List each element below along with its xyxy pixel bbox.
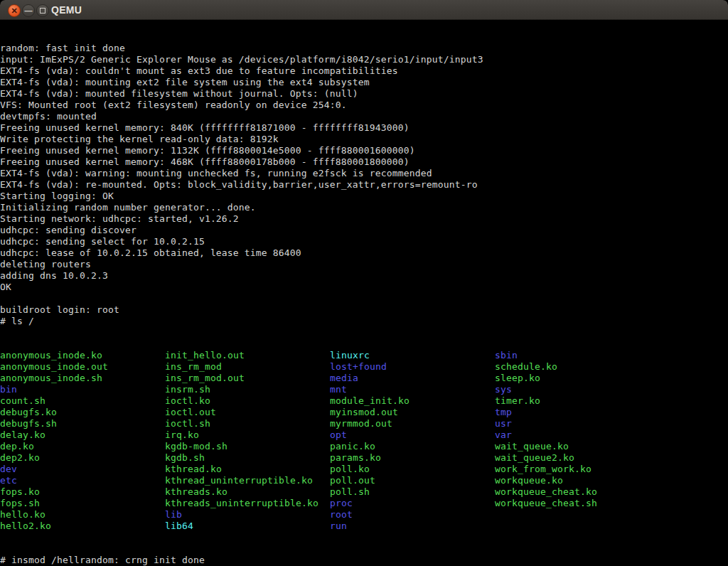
terminal-console[interactable]: random: fast init doneinput: ImExPS/2 Ge… [0, 20, 728, 566]
console-line: Initializing random number generator... … [0, 202, 728, 213]
ls-row: debugfs.shioctl.shmyrmmod.outusr [0, 418, 728, 429]
console-line: Freeing unused kernel memory: 468K (ffff… [0, 156, 728, 168]
file-entry: wait_queue.ko [495, 441, 660, 452]
file-entry: sys [495, 384, 660, 395]
console-line: EXT4-fs (vda): mounting ext2 file system… [0, 77, 728, 88]
ls-row: fops.kokthreads.kopoll.shworkqueue_cheat… [0, 486, 728, 498]
console-line: EXT4-fs (vda): warning: mounting uncheck… [0, 168, 728, 179]
file-entry: myinsmod.out [330, 407, 495, 418]
console-line: udhcpc: sending select for 10.0.2.15 [0, 236, 728, 247]
file-entry: dep.ko [0, 441, 165, 452]
file-entry: timer.ko [495, 395, 660, 407]
ls-row: debugfs.koioctl.outmyinsmod.outtmp [0, 407, 728, 418]
file-entry: sleep.ko [495, 373, 660, 384]
file-entry: count.sh [0, 395, 165, 407]
file-entry: sbin [495, 350, 660, 361]
file-entry: irq.ko [165, 429, 330, 441]
file-entry: kthread.ko [165, 464, 330, 475]
minimize-button[interactable]: — [22, 4, 35, 17]
maximize-icon [40, 8, 46, 14]
ls-row: anonymous_inode.outins_rm_modlost+founds… [0, 361, 728, 373]
file-entry: var [495, 429, 660, 441]
file-entry: etc [0, 475, 165, 486]
console-line: OK [0, 282, 728, 293]
file-entry: anonymous_inode.out [0, 361, 165, 373]
window-title: QEMU [51, 0, 82, 20]
ls-row: delay.koirq.kooptvar [0, 429, 728, 441]
file-entry: usr [495, 418, 660, 429]
file-entry: proc [330, 498, 495, 509]
file-entry: init_hello.out [165, 350, 330, 361]
file-entry: poll.ko [330, 464, 495, 475]
console-line: Freeing unused kernel memory: 1132K (fff… [0, 145, 728, 156]
console-line: udhcpc: lease of 10.0.2.15 obtained, lea… [0, 247, 728, 259]
console-line: Write protecting the kernel read-only da… [0, 134, 728, 145]
file-entry: lib [165, 509, 330, 520]
console-line: EXT4-fs (vda): mounted filesystem withou… [0, 88, 728, 100]
shell-tail: # insmod /hellrandom: crng init done# in… [0, 555, 728, 566]
file-entry: kgdb-mod.sh [165, 441, 330, 452]
ls-row: etckthread_uninterruptible.kopoll.outwor… [0, 475, 728, 486]
file-entry: debugfs.ko [0, 407, 165, 418]
file-entry: panic.ko [330, 441, 495, 452]
file-entry: bin [0, 384, 165, 395]
ls-row: bininsrm.shmntsys [0, 384, 728, 395]
console-line: Starting logging: OK [0, 191, 728, 202]
file-entry: workqueue_cheat.ko [495, 486, 660, 498]
ls-row: dep2.kokgdb.shparams.kowait_queue2.ko [0, 452, 728, 464]
file-entry: media [330, 373, 495, 384]
file-entry: anonymous_inode.ko [0, 350, 165, 361]
console-line: devtmpfs: mounted [0, 111, 728, 122]
file-entry: myrmmod.out [330, 418, 495, 429]
file-entry: wait_queue2.ko [495, 452, 660, 464]
file-entry: debugfs.sh [0, 418, 165, 429]
ls-output: anonymous_inode.koinit_hello.outlinuxrcs… [0, 350, 728, 532]
file-entry: dep2.ko [0, 452, 165, 464]
console-line: Starting network: udhcpc: started, v1.26… [0, 213, 728, 225]
console-line: adding dns 10.0.2.3 [0, 270, 728, 282]
ls-row: hello2.kolib64run [0, 520, 728, 532]
file-entry: fops.sh [0, 498, 165, 509]
file-entry: params.ko [330, 452, 495, 464]
file-entry: schedule.ko [495, 361, 660, 373]
ls-row: fops.shkthreads_uninterruptible.koprocwo… [0, 498, 728, 509]
file-entry: ioctl.ko [165, 395, 330, 407]
ls-row: anonymous_inode.koinit_hello.outlinuxrcs… [0, 350, 728, 361]
file-entry: ioctl.out [165, 407, 330, 418]
console-line: deleting routers [0, 259, 728, 270]
file-entry: fops.ko [0, 486, 165, 498]
file-entry: poll.sh [330, 486, 495, 498]
console-line: random: fast init done [0, 43, 728, 54]
file-entry: anonymous_inode.sh [0, 373, 165, 384]
ls-row: devkthread.kopoll.kowork_from_work.ko [0, 464, 728, 475]
ls-row: dep.kokgdb-mod.shpanic.kowait_queue.ko [0, 441, 728, 452]
console-line: udhcpc: sending discover [0, 225, 728, 236]
console-line: VFS: Mounted root (ext2 filesystem) read… [0, 100, 728, 111]
console-line: # insmod /hellrandom: crng init done [0, 555, 728, 566]
file-entry: ins_rm_mod.out [165, 373, 330, 384]
ls-row: count.shioctl.komodule_init.kotimer.ko [0, 395, 728, 407]
console-line: Freeing unused kernel memory: 840K (ffff… [0, 122, 728, 134]
titlebar[interactable]: ✕ — QEMU [0, 0, 728, 20]
file-entry: tmp [495, 407, 660, 418]
ls-row: anonymous_inode.shins_rm_mod.outmediasle… [0, 373, 728, 384]
console-line [0, 293, 728, 304]
console-line: buildroot login: root [0, 304, 728, 316]
close-button[interactable]: ✕ [8, 4, 21, 17]
file-entry: dev [0, 464, 165, 475]
file-entry: kthreads_uninterruptible.ko [165, 498, 330, 509]
file-entry: opt [330, 429, 495, 441]
file-entry: mnt [330, 384, 495, 395]
console-line: EXT4-fs (vda): re-mounted. Opts: block_v… [0, 179, 728, 191]
file-entry: delay.ko [0, 429, 165, 441]
file-entry: poll.out [330, 475, 495, 486]
file-entry: ioctl.sh [165, 418, 330, 429]
boot-log: random: fast init doneinput: ImExPS/2 Ge… [0, 43, 728, 327]
maximize-button[interactable] [36, 4, 49, 17]
file-entry: run [330, 520, 495, 532]
file-entry: ins_rm_mod [165, 361, 330, 373]
file-entry: workqueue.ko [495, 475, 660, 486]
file-entry: hello.ko [0, 509, 165, 520]
file-entry: insrm.sh [165, 384, 330, 395]
file-entry: lost+found [330, 361, 495, 373]
